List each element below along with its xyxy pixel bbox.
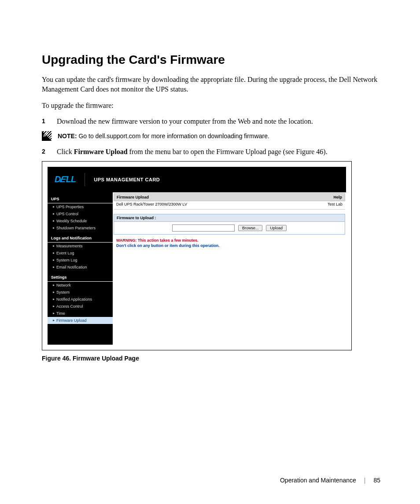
sidebar-item-system[interactable]: System xyxy=(48,289,113,296)
upload-button[interactable]: Upload xyxy=(266,225,287,231)
sidebar-item-time[interactable]: Time xyxy=(48,310,113,317)
warning-line-1: WARNING: This action takes a few minutes… xyxy=(114,235,345,243)
app-header: DELL UPS MANAGEMENT CARD xyxy=(48,167,346,192)
footer-page-number: 85 xyxy=(373,477,380,484)
step-number: 1 xyxy=(42,117,57,125)
footer-section: Operation and Maintenance xyxy=(280,477,356,484)
sidebar-item-ups-properties[interactable]: UPS Properties xyxy=(48,203,113,210)
figure-caption: Figure 46. Firmware Upload Page xyxy=(42,355,380,362)
step-text: Download the new firmware version to you… xyxy=(57,117,313,126)
page-heading: Upgrading the Card's Firmware xyxy=(42,53,380,67)
sidebar-item-system-log[interactable]: System Log xyxy=(48,257,113,264)
step-text-bold: Firmware Upload xyxy=(74,148,128,155)
panel-title-row: Firmware Upload Help xyxy=(114,193,345,201)
sidebar-section-logs: Logs and Notification xyxy=(48,234,113,243)
step-number: 2 xyxy=(42,147,57,155)
sidebar-item-measurements[interactable]: Measurements xyxy=(48,243,113,250)
warning-line-2: Don't click on any button or item during… xyxy=(114,243,345,248)
file-path-input[interactable] xyxy=(172,224,235,232)
device-name: Dell UPS Rack/Tower 2700W/2300W LV xyxy=(116,202,187,206)
upload-row: Browse... Upload xyxy=(114,222,345,235)
intro-paragraph: You can update the card's firmware by do… xyxy=(42,75,380,95)
device-row: Dell UPS Rack/Tower 2700W/2300W LV Test … xyxy=(114,201,345,210)
lab-label: Test Lab xyxy=(328,202,343,206)
upload-section-title: Firmware to Upload : xyxy=(114,214,345,222)
sidebar-item-event-log[interactable]: Event Log xyxy=(48,250,113,257)
page-footer: Operation and Maintenance | 85 xyxy=(280,477,380,484)
sidebar-section-ups: UPS xyxy=(48,195,113,203)
header-divider xyxy=(85,173,85,186)
dell-logo: DELL xyxy=(55,174,76,184)
note-block: NOTE: Go to dell.support.com for more in… xyxy=(42,131,380,141)
app-title: UPS MANAGEMENT CARD xyxy=(94,177,160,182)
lead-in: To upgrade the firmware: xyxy=(42,101,380,110)
note-icon xyxy=(42,131,52,141)
sidebar-item-network[interactable]: Network xyxy=(48,282,113,289)
sidebar-item-firmware-upload[interactable]: Firmware Upload xyxy=(48,317,113,324)
sidebar: UPS UPS Properties UPS Control Weekly Sc… xyxy=(48,192,113,345)
note-body: Go to dell.support.com for more informat… xyxy=(77,132,269,140)
help-link[interactable]: Help xyxy=(333,195,342,199)
sidebar-item-weekly-schedule[interactable]: Weekly Schedule xyxy=(48,217,113,224)
step-text-post: from the menu bar to open the Firmware U… xyxy=(128,148,328,155)
step-text-pre: Click xyxy=(57,148,74,155)
sidebar-item-notified-applications[interactable]: Notified Applications xyxy=(48,296,113,303)
panel-title: Firmware Upload xyxy=(117,195,149,199)
sidebar-item-email-notification[interactable]: Email Notification xyxy=(48,264,113,271)
sidebar-section-settings: Settings xyxy=(48,273,113,282)
main-panel: Firmware Upload Help Dell UPS Rack/Tower… xyxy=(113,192,346,345)
sidebar-item-access-control[interactable]: Access Control xyxy=(48,303,113,310)
note-text: NOTE: Go to dell.support.com for more in… xyxy=(58,132,269,140)
browse-button[interactable]: Browse... xyxy=(238,225,263,231)
sidebar-item-shutdown-parameters[interactable]: Shutdown Parameters xyxy=(48,224,113,232)
figure-screenshot: DELL UPS MANAGEMENT CARD UPS UPS Propert… xyxy=(42,161,352,350)
note-label: NOTE: xyxy=(58,132,77,140)
step-text: Click Firmware Upload from the menu bar … xyxy=(57,147,328,157)
sidebar-item-ups-control[interactable]: UPS Control xyxy=(48,210,113,217)
footer-divider: | xyxy=(364,477,366,484)
